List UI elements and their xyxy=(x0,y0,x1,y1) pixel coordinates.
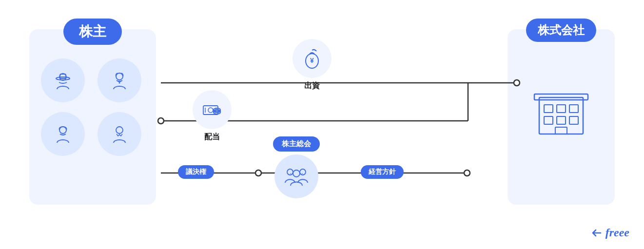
svg-rect-14 xyxy=(569,116,578,124)
svg-point-27 xyxy=(208,108,213,113)
dividend-circle xyxy=(193,90,232,129)
investment-circle: ¥ xyxy=(293,39,332,78)
management-label: 経営方針 xyxy=(361,165,404,179)
svg-rect-11 xyxy=(569,105,578,113)
main-container: 株主 xyxy=(0,0,644,249)
svg-point-19 xyxy=(158,118,164,124)
svg-point-4 xyxy=(119,82,120,84)
svg-point-6 xyxy=(116,127,123,134)
investment-label: 出資 xyxy=(304,81,320,91)
shareholders-meeting-circle xyxy=(274,154,318,198)
svg-point-5 xyxy=(59,127,66,134)
svg-text:¥: ¥ xyxy=(310,57,314,64)
shareholders-title: 株主 xyxy=(63,19,122,45)
avatar-2 xyxy=(98,58,141,102)
management-label-box: 経営方針 xyxy=(361,165,404,179)
svg-point-37 xyxy=(293,170,300,177)
shareholders-panel: 株主 xyxy=(29,29,156,205)
svg-rect-13 xyxy=(557,116,566,124)
avatars-grid xyxy=(29,39,156,168)
freee-logo-icon xyxy=(590,228,604,238)
company-title: 株式会社 xyxy=(526,19,596,42)
svg-rect-10 xyxy=(557,105,566,113)
company-panel: 株式会社 xyxy=(507,29,615,205)
freee-logo: freee xyxy=(590,226,629,239)
svg-point-3 xyxy=(116,73,123,80)
voting-label: 議決権 xyxy=(178,165,214,179)
svg-rect-15 xyxy=(555,127,567,134)
svg-rect-7 xyxy=(539,97,583,134)
building-icon-container xyxy=(507,29,615,205)
svg-rect-12 xyxy=(544,116,553,124)
dividend-icon-group: 配当 xyxy=(193,90,232,142)
voting-label-box: 議決権 xyxy=(178,165,214,179)
svg-point-21 xyxy=(255,170,261,176)
dividend-label: 配当 xyxy=(204,132,220,142)
freee-logo-text: freee xyxy=(605,226,629,239)
svg-point-36 xyxy=(300,169,306,175)
shareholders-meeting-group: 株主総会 xyxy=(273,136,320,198)
avatar-3 xyxy=(41,112,85,156)
investment-icon-group: ¥ 出資 xyxy=(293,39,332,91)
building-icon xyxy=(529,80,593,144)
svg-rect-9 xyxy=(544,105,553,113)
svg-point-22 xyxy=(464,170,470,176)
svg-point-35 xyxy=(287,169,293,175)
shareholders-meeting-label: 株主総会 xyxy=(273,136,320,152)
avatar-4 xyxy=(98,112,141,156)
avatar-1 xyxy=(41,58,85,102)
